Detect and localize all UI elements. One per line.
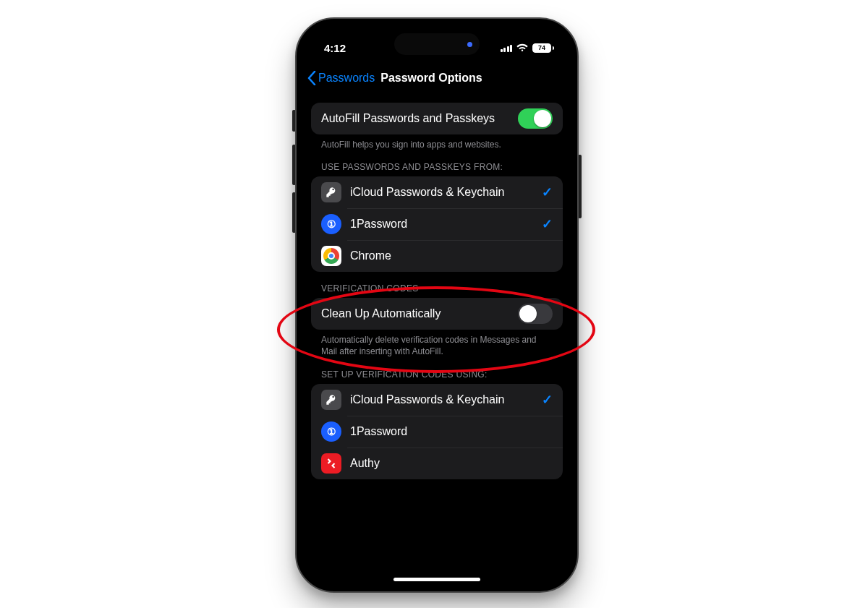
chevron-left-icon xyxy=(307,71,317,85)
phone-frame: 4:12 74 Passw xyxy=(295,17,579,593)
setup-header: SET UP VERIFICATION CODES USING: xyxy=(311,365,563,384)
source-item-icloud[interactable]: iCloud Passwords & Keychain ✓ xyxy=(311,176,563,208)
source-item-chrome[interactable]: Chrome xyxy=(311,240,563,272)
back-button-label: Passwords xyxy=(318,72,375,85)
checkmark-icon: ✓ xyxy=(542,392,553,408)
page-title: Password Options xyxy=(380,72,482,85)
source-item-1password[interactable]: ① 1Password ✓ xyxy=(311,208,563,240)
autofill-toggle[interactable] xyxy=(518,108,553,129)
setup-item-authy[interactable]: Authy xyxy=(311,448,563,479)
cleanup-label: Clean Up Automatically xyxy=(321,307,509,320)
source-label: Chrome xyxy=(350,249,553,262)
onepassword-icon: ① xyxy=(321,214,341,234)
checkmark-icon: ✓ xyxy=(542,184,553,200)
setup-label: Authy xyxy=(350,457,553,470)
settings-content[interactable]: AutoFill Passwords and Passkeys AutoFill… xyxy=(301,95,573,587)
autofill-toggle-row[interactable]: AutoFill Passwords and Passkeys xyxy=(311,103,563,134)
battery-indicator: 74 xyxy=(532,43,554,53)
setup-label: 1Password xyxy=(350,425,553,438)
setup-item-1password[interactable]: ① 1Password xyxy=(311,416,563,448)
verification-footer: Automatically delete verification codes … xyxy=(311,330,563,357)
cleanup-toggle-row[interactable]: Clean Up Automatically xyxy=(311,298,563,330)
status-bar: 4:12 74 xyxy=(301,23,573,61)
wifi-icon xyxy=(516,43,528,52)
battery-level: 74 xyxy=(532,43,551,53)
autofill-footer: AutoFill helps you sign into apps and we… xyxy=(311,134,563,150)
section-verification-setup: SET UP VERIFICATION CODES USING: iCloud … xyxy=(311,365,563,479)
phone-screen: 4:12 74 Passw xyxy=(301,23,573,587)
chrome-icon xyxy=(321,246,341,266)
setup-label: iCloud Passwords & Keychain xyxy=(350,393,533,406)
setup-item-icloud[interactable]: iCloud Passwords & Keychain ✓ xyxy=(311,384,563,416)
onepassword-icon: ① xyxy=(321,421,341,442)
authy-icon xyxy=(321,453,341,474)
source-label: iCloud Passwords & Keychain xyxy=(350,186,533,199)
autofill-toggle-label: AutoFill Passwords and Passkeys xyxy=(321,112,509,125)
status-time: 4:12 xyxy=(324,42,346,54)
verification-header: VERIFICATION CODES xyxy=(311,279,563,298)
key-icon xyxy=(321,390,341,410)
navigation-bar: Passwords Password Options xyxy=(301,62,573,94)
key-icon xyxy=(321,182,341,202)
section-verification-codes: VERIFICATION CODES Clean Up Automaticall… xyxy=(311,279,563,357)
section-password-sources: USE PASSWORDS AND PASSKEYS FROM: iCloud … xyxy=(311,158,563,272)
back-button[interactable]: Passwords xyxy=(307,71,375,85)
cleanup-toggle[interactable] xyxy=(518,304,553,324)
source-label: 1Password xyxy=(350,218,533,231)
section-autofill: AutoFill Passwords and Passkeys AutoFill… xyxy=(311,103,563,150)
home-indicator[interactable] xyxy=(393,578,480,581)
cellular-signal-icon xyxy=(501,44,513,52)
sources-header: USE PASSWORDS AND PASSKEYS FROM: xyxy=(311,158,563,176)
checkmark-icon: ✓ xyxy=(542,216,553,232)
